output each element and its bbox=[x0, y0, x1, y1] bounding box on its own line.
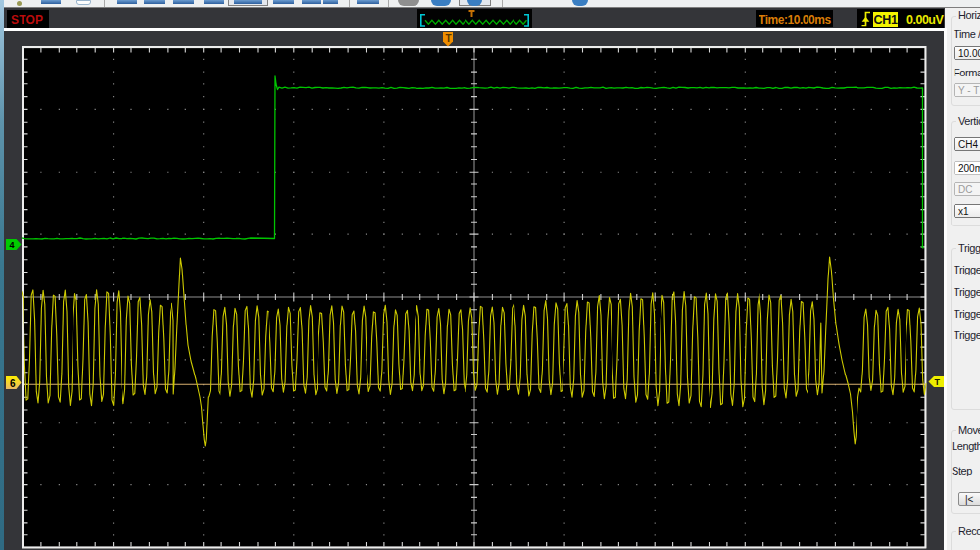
svg-text:T: T bbox=[445, 32, 451, 43]
svg-text:4: 4 bbox=[10, 240, 15, 250]
svg-text:6: 6 bbox=[10, 377, 16, 388]
svg-text:T: T bbox=[935, 377, 941, 387]
